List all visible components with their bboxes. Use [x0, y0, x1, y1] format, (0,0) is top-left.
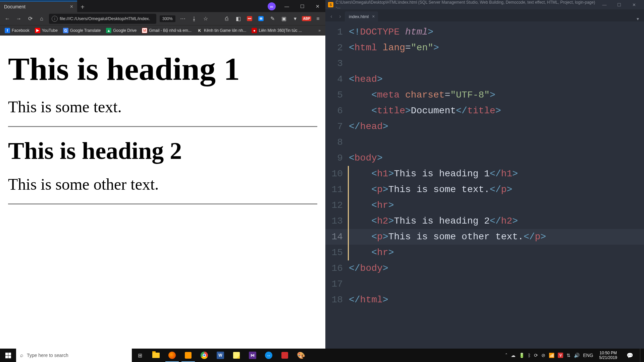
sublime-tab-close-icon[interactable]: × — [372, 14, 375, 19]
forward-button[interactable]: → — [13, 13, 24, 24]
close-button[interactable]: ✕ — [310, 1, 325, 12]
chrome-icon — [201, 352, 208, 359]
sublime-maximize-button[interactable]: ☐ — [612, 0, 627, 9]
page-p1: This is some text. — [8, 98, 317, 116]
sublime-tab-active[interactable]: index.html × — [345, 11, 378, 21]
download-icon[interactable]: ⭳ — [189, 13, 200, 24]
maximize-button[interactable]: ☐ — [294, 1, 310, 12]
windows-logo-icon — [5, 353, 11, 358]
menu-button[interactable]: ≡ — [313, 13, 323, 24]
tab-prev-icon[interactable]: ‹ — [327, 11, 335, 21]
wifi-icon[interactable]: ⇅ — [567, 353, 571, 358]
bookmark-favicon: ▲ — [106, 28, 111, 33]
sidebar-icon[interactable]: ◧ — [233, 13, 244, 24]
sublime-taskbar-button[interactable] — [180, 349, 196, 362]
bookmark-label: Kênh tin Game lớn nh... — [204, 28, 246, 33]
show-desktop-button[interactable] — [640, 349, 642, 362]
reload-button[interactable]: ⟳ — [25, 13, 36, 24]
chrome-taskbar-button[interactable] — [196, 349, 212, 362]
firefox-tab-active[interactable]: Document × — [0, 1, 77, 12]
page-info-icon[interactable]: i — [52, 16, 58, 22]
bookmark-item[interactable]: ●Liên Minh 360|Tin tức ... — [250, 27, 304, 34]
code-editor[interactable]: 1234 5678 91011 121314 15161718 <!DOCTYP… — [325, 21, 644, 349]
minimize-button[interactable]: — — [279, 1, 294, 12]
visual-studio-icon: ⋈ — [249, 352, 256, 359]
bookmark-item[interactable]: fFacebook — [3, 27, 32, 34]
sticky-notes-button[interactable] — [228, 349, 245, 362]
tray-overflow-icon[interactable]: ˄ — [505, 353, 507, 358]
bluetooth-icon[interactable]: ᛒ — [528, 353, 531, 358]
paint-button[interactable]: 🎨 — [293, 349, 309, 362]
tab-overflow-icon[interactable]: ▾ — [633, 16, 642, 21]
volume-icon[interactable]: 🔊 — [574, 353, 580, 358]
line-number-gutter: 1234 5678 91011 121314 15161718 — [325, 24, 349, 349]
bookmark-label: Gmail - Bộ nhớ và em... — [149, 28, 192, 33]
page-hr1 — [8, 126, 317, 127]
eyedropper-icon[interactable]: ✎ — [267, 13, 278, 24]
firefox-toolbar: ← → ⟳ ⌂ i file:///C:/Users/Omegalul/Desk… — [0, 12, 325, 25]
firefox-account-icon[interactable]: ∞ — [268, 2, 276, 10]
taskbar-search-box[interactable]: ⌕ Type here to search — [16, 349, 132, 362]
bookmark-item[interactable]: GGoogle Translate — [61, 27, 103, 34]
bookmark-label: Google Drive — [113, 28, 137, 33]
antivirus-icon[interactable]: V — [558, 353, 563, 358]
library-icon[interactable]: ⎙ — [221, 13, 232, 24]
lastpass-icon[interactable]: ••• — [244, 13, 255, 24]
back-button[interactable]: ← — [2, 13, 13, 24]
bookmark-item[interactable]: ▲Google Drive — [104, 27, 139, 34]
windows-taskbar: ⌕ Type here to search ⊞ W ⋈ ↔ 🎨 ˄ ☁ 🔋 ᛒ … — [0, 349, 644, 362]
sublime-tabstrip: ‹ › index.html × ▾ — [325, 9, 644, 21]
home-button[interactable]: ⌂ — [36, 13, 47, 24]
sticky-notes-icon — [233, 352, 240, 359]
sublime-app-icon: S — [328, 2, 333, 7]
page-actions-button[interactable]: ⋯ — [177, 13, 188, 24]
onedrive-icon[interactable]: ☁ — [511, 353, 516, 358]
zoom-indicator[interactable]: 300% — [160, 15, 175, 22]
bookmark-star-icon[interactable]: ☆ — [200, 13, 211, 24]
abp-icon[interactable]: ABP — [301, 13, 312, 24]
bookmark-item[interactable]: MGmail - Bộ nhớ và em... — [140, 27, 194, 34]
code-content: <!DOCTYPE html> <html lang="en"> <head> … — [349, 24, 644, 349]
sublime-icon — [185, 352, 192, 359]
taskbar-clock[interactable]: 10:50 PM 5/21/2019 — [599, 351, 617, 360]
bookmark-item[interactable]: ▶YouTube — [33, 27, 60, 34]
task-view-button[interactable]: ⊞ — [132, 349, 148, 362]
sublime-tab-label: index.html — [349, 14, 369, 19]
clock-time: 10:50 PM — [599, 351, 617, 355]
firefox-tabstrip: Document × + ∞ — ☐ ✕ — [0, 0, 325, 12]
bookmark-label: Facebook — [12, 28, 30, 33]
battery-icon[interactable]: 🔋 — [519, 353, 525, 358]
rendered-page: This is heading 1 This is some text. Thi… — [0, 36, 325, 349]
file-explorer-button[interactable] — [148, 349, 164, 362]
teamviewer-button[interactable]: ↔ — [261, 349, 277, 362]
firefox-taskbar-button[interactable] — [164, 349, 180, 362]
search-placeholder: Type here to search — [27, 353, 68, 358]
screenshot-icon[interactable]: ▣ — [278, 13, 289, 24]
sublime-minimize-button[interactable]: — — [597, 0, 612, 9]
new-tab-button[interactable]: + — [77, 2, 88, 12]
bookmark-favicon: ● — [252, 28, 257, 33]
start-button[interactable] — [0, 349, 16, 362]
garena-button[interactable] — [277, 349, 293, 362]
sync-icon[interactable]: ⟳ — [534, 353, 538, 358]
bookmark-item[interactable]: KKênh tin Game lớn nh... — [195, 27, 248, 34]
tab-close-icon[interactable]: × — [70, 4, 73, 10]
sublime-close-button[interactable]: ✕ — [627, 0, 641, 9]
bookmarks-overflow-icon[interactable]: » — [316, 28, 323, 33]
action-center-button[interactable]: 💬 — [623, 352, 637, 359]
network-icon[interactable]: 📶 — [549, 353, 554, 358]
bookmark-favicon: K — [197, 28, 202, 33]
word-taskbar-button[interactable]: W — [212, 349, 228, 362]
tab-next-icon[interactable]: › — [336, 11, 344, 21]
paint-icon: 🎨 — [297, 351, 305, 359]
security-icon[interactable]: ⊘ — [541, 353, 545, 358]
system-tray: ˄ ☁ 🔋 ᛒ ⟳ ⊘ 📶 V ⇅ 🔊 ENG 10:50 PM 5/21/20… — [505, 349, 644, 362]
bookmark-favicon: ▶ — [35, 28, 40, 33]
visual-studio-button[interactable]: ⋈ — [245, 349, 261, 362]
search-icon: ⌕ — [20, 352, 23, 358]
address-bar[interactable]: i file:///C:/Users/Omegalul/Desktop/HTML… — [49, 14, 156, 24]
language-indicator[interactable]: ENG — [583, 353, 593, 358]
pocket-icon[interactable]: ▾ — [290, 13, 301, 24]
bookmark-favicon: f — [5, 28, 10, 33]
mail-icon[interactable]: ✉ — [256, 13, 266, 24]
